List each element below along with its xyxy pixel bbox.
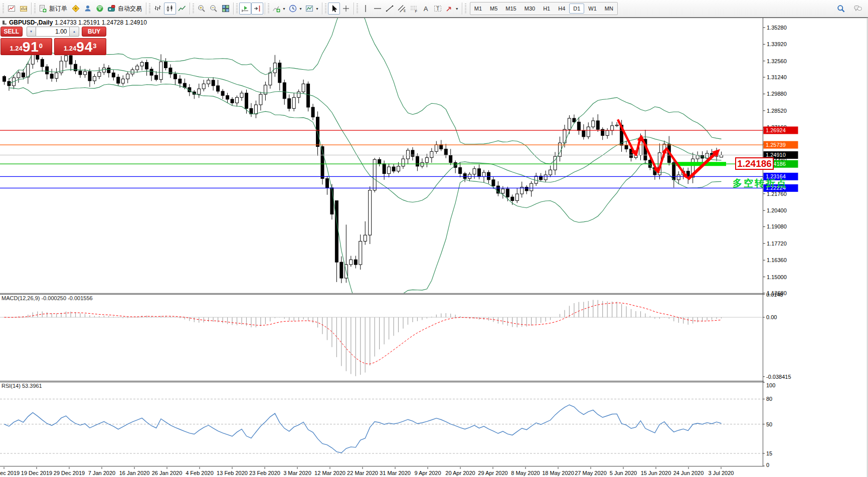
volume-decrease-button[interactable]: ▼ — [27, 27, 36, 37]
chevron-down-icon: ▼ — [282, 7, 286, 11]
svg-text:1.17720: 1.17720 — [767, 241, 787, 247]
svg-text:1.28520: 1.28520 — [767, 108, 787, 114]
text-label-button[interactable]: T — [432, 3, 444, 15]
sell-price-big: 91 — [23, 41, 39, 54]
buy-button[interactable]: BUY — [82, 27, 106, 37]
buy-price-sup: 3 — [93, 39, 96, 54]
toolbar-grip — [236, 4, 238, 14]
timeframe-mn-button[interactable]: MN — [601, 4, 617, 14]
chart-bars-button[interactable] — [152, 3, 164, 15]
arrows-button[interactable]: ▼ — [444, 3, 460, 15]
chart-bars-icon — [154, 5, 162, 13]
profiles-icon — [20, 5, 28, 13]
zoom-in-icon — [198, 5, 206, 13]
hline-icon — [374, 5, 382, 13]
volume-increase-button[interactable]: ▲ — [69, 27, 80, 37]
new-chart-button[interactable] — [6, 3, 18, 15]
svg-text:12 Mar 2020: 12 Mar 2020 — [314, 470, 345, 476]
svg-text:27 May 2020: 27 May 2020 — [575, 470, 607, 476]
toolbar-grip — [357, 4, 358, 14]
text-a-icon: A — [422, 5, 430, 13]
toolbar-separator — [233, 3, 234, 15]
profiles-button[interactable] — [18, 3, 30, 15]
indicators-icon — [272, 5, 280, 13]
chart-line-icon — [178, 5, 186, 13]
timeframe-m30-button[interactable]: M30 — [520, 4, 539, 14]
trendline-button[interactable] — [384, 3, 396, 15]
channel-icon: E — [398, 5, 406, 13]
toolbar-separator — [190, 3, 191, 15]
svg-text:T: T — [436, 6, 439, 12]
svg-text:5 Jun 2020: 5 Jun 2020 — [610, 470, 637, 476]
horizontal-line-button[interactable] — [372, 3, 384, 15]
metaeditor-button[interactable] — [70, 3, 82, 15]
sell-button[interactable]: SELL — [1, 27, 23, 37]
periods-button[interactable]: ▼ — [287, 3, 304, 15]
indicators-button[interactable]: ▼ — [271, 3, 287, 15]
equidistant-channel-button[interactable]: E — [396, 3, 408, 15]
svg-text:31 Mar 2020: 31 Mar 2020 — [380, 470, 411, 476]
new-order-button[interactable]: 新订单 — [37, 3, 70, 15]
svg-text:E: E — [404, 9, 406, 13]
timeframe-h1-button[interactable]: H1 — [539, 4, 554, 14]
zoom-in-button[interactable] — [196, 3, 208, 15]
search-button[interactable] — [835, 3, 847, 15]
toolbar-grip — [3, 4, 4, 14]
svg-text:23 Feb 2020: 23 Feb 2020 — [249, 470, 280, 476]
cursor-button[interactable] — [328, 3, 340, 15]
chart-symbol-icon — [2, 20, 7, 25]
chat-icon — [854, 5, 862, 13]
symbol-period-label: GBPUSD-,Daily — [9, 19, 53, 26]
volume-input[interactable] — [36, 27, 69, 37]
timeframe-h4-button[interactable]: H4 — [554, 4, 569, 14]
fibonacci-button[interactable]: F — [408, 3, 420, 15]
pivot-note-annotation[interactable]: 多空转折点 — [733, 177, 788, 190]
timeframe-group: M1M5M15M30H1H4D1W1MN — [470, 2, 618, 15]
crosshair-button[interactable] — [340, 3, 352, 15]
timeframe-m5-button[interactable]: M5 — [486, 4, 501, 14]
templates-button[interactable]: ▼ — [304, 3, 320, 15]
toolbar-grip — [268, 4, 269, 14]
toolbar-separator — [322, 3, 323, 15]
new-order-icon — [39, 5, 47, 13]
zoom-out-button[interactable] — [208, 3, 220, 15]
svg-text:80: 80 — [766, 396, 772, 402]
chart-candles-button[interactable] — [164, 3, 176, 15]
svg-text:1.33920: 1.33920 — [767, 41, 787, 47]
timeframe-d1-button[interactable]: D1 — [569, 4, 584, 14]
chart-line-button[interactable] — [176, 3, 188, 15]
auto-scroll-button[interactable] — [239, 3, 251, 15]
timeframe-w1-button[interactable]: W1 — [584, 4, 601, 14]
trendline-icon — [386, 5, 394, 13]
timeframe-m1-button[interactable]: M1 — [470, 4, 486, 14]
toolbar-grip — [193, 4, 194, 14]
chart-shift-button[interactable] — [251, 3, 263, 15]
svg-text:16 Jan 2020: 16 Jan 2020 — [119, 470, 150, 476]
svg-text:3 Mar 2020: 3 Mar 2020 — [283, 470, 311, 476]
text-button[interactable]: A — [420, 3, 432, 15]
macd-name: MACD(12,26,9) — [2, 295, 40, 301]
svg-text:1.32560: 1.32560 — [767, 58, 787, 64]
sell-price-box[interactable]: 1.24 91 0 — [1, 38, 52, 55]
svg-text:1.25739: 1.25739 — [766, 142, 786, 148]
svg-text:4 Feb 2020: 4 Feb 2020 — [186, 470, 214, 476]
tile-windows-button[interactable] — [220, 3, 232, 15]
vertical-line-button[interactable] — [360, 3, 372, 15]
chat-button[interactable] — [852, 3, 864, 15]
price-callout-annotation[interactable]: 1.24186 — [735, 157, 774, 170]
macd-indicator-label: MACD(12,26,9) -0.000250 -0.001556 — [2, 295, 93, 301]
one-click-trading-panel: SELL ▼ ▲ BUY 1.24 91 0 1.24 94 3 — [1, 27, 106, 55]
news-button[interactable] — [94, 3, 106, 15]
autotrading-button[interactable]: 自动交易 — [106, 3, 144, 15]
buy-price-big: 94 — [76, 41, 93, 54]
timeframe-m15-button[interactable]: M15 — [501, 4, 520, 14]
community-button[interactable] — [82, 3, 94, 15]
buy-price-box[interactable]: 1.24 94 3 — [54, 38, 107, 55]
tile-windows-icon — [222, 5, 230, 13]
svg-text:15 Jun 2020: 15 Jun 2020 — [641, 470, 671, 476]
chart-canvas[interactable]: 1.352801.339201.325601.312401.298801.285… — [0, 0, 868, 477]
toolbar-separator — [146, 3, 147, 15]
rsi-indicator-label: RSI(14) 53.3961 — [2, 383, 42, 389]
chevron-down-icon: ▼ — [455, 7, 459, 11]
svg-text:10 Dec 2019: 10 Dec 2019 — [0, 470, 20, 476]
